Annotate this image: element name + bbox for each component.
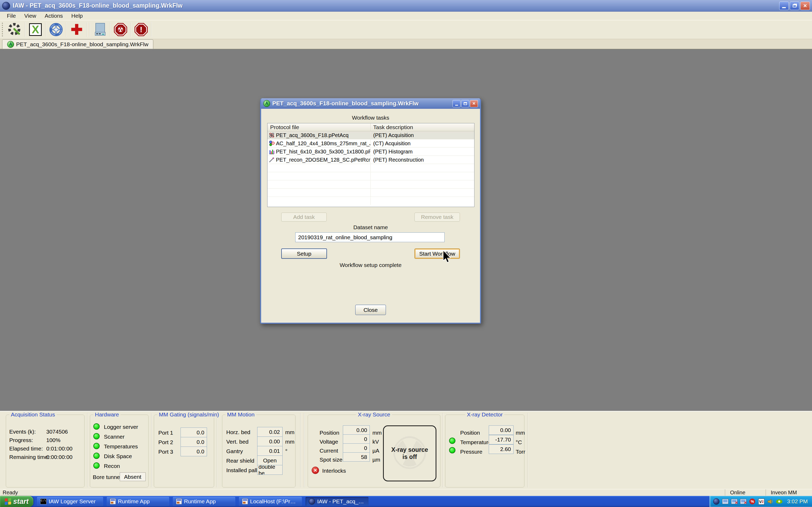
port3-label: Port 3: [158, 449, 173, 455]
table-row[interactable]: AC_half_120_4x4_180ms_275mm_rat_JS... (C…: [267, 139, 474, 148]
dialog-minimize-button[interactable]: [453, 100, 460, 107]
column-protocol-file[interactable]: Protocol file: [267, 123, 370, 131]
logger-server-led-icon: [93, 423, 100, 430]
emergency-stop-tool-button[interactable]: !: [132, 21, 150, 38]
workflow-tasks-label: Workflow tasks: [261, 115, 480, 121]
taskbar-item-runtime-app-1[interactable]: Runtime App: [107, 497, 169, 506]
empty-table-row[interactable]: [267, 188, 474, 197]
detector-temperature-value: -17.70: [489, 435, 514, 444]
table-row[interactable]: PET_acq_3600s_F18.pPetAcq (PET) Acquisit…: [267, 131, 474, 139]
source-position-label: Position: [319, 430, 339, 436]
xray-source-panel: X-ray Source Position 0.00 mm Voltage 0 …: [308, 414, 440, 488]
dialog-close-button[interactable]: ✕: [470, 100, 478, 107]
bed-tool-button[interactable]: [91, 21, 109, 38]
minimize-button[interactable]: [779, 2, 789, 10]
taskbar-item-iaw-active[interactable]: IAW - PET_acq_3600...: [306, 497, 368, 506]
menu-help[interactable]: Help: [67, 13, 87, 19]
table-row[interactable]: PET_recon_2DOSEM_128_SC.pPetRcn (PET) Re…: [267, 156, 474, 164]
start-label: start: [13, 498, 29, 506]
export-tool-button[interactable]: X: [27, 21, 44, 38]
detector-position-unit: mm: [516, 430, 525, 436]
empty-table-row[interactable]: [267, 172, 474, 180]
minimize-icon: [455, 105, 458, 106]
voltage-value: 0: [343, 434, 370, 444]
compass-icon: [49, 22, 63, 37]
table-header: Protocol file Task description: [267, 123, 474, 131]
nvidia-icon[interactable]: [776, 498, 783, 505]
hardware-panel: Hardware Logger server Scanner Temperatu…: [90, 414, 149, 488]
window-titlebar[interactable]: IAW - PET_acq_3600s_F18-online_blood_sam…: [0, 0, 812, 12]
scanner-bed-icon: [93, 22, 107, 37]
volume-icon[interactable]: [767, 498, 774, 505]
temperatures-led-icon: [93, 443, 100, 449]
toolbar-group-separator: [87, 22, 87, 37]
menu-view[interactable]: View: [20, 13, 41, 19]
xray-stop-tool-button[interactable]: ☢: [111, 21, 130, 38]
taskbar-item-logger-server[interactable]: C:\ IAW Logger Server: [37, 497, 103, 506]
close-button[interactable]: ✕: [800, 2, 810, 10]
taskbar-item-runtime-app-2[interactable]: Runtime App: [173, 497, 235, 506]
app-window-icon: [176, 499, 182, 504]
remaining-time-label: Remaining time:: [9, 454, 49, 460]
sphere-tray-icon[interactable]: [713, 498, 720, 505]
iaw-app-icon: [309, 498, 315, 505]
network-error-icon[interactable]: [740, 498, 747, 505]
empty-table-row[interactable]: [267, 164, 474, 172]
column-task-description[interactable]: Task description: [370, 123, 474, 131]
toolbar-separator: [131, 22, 131, 37]
dataset-name-input[interactable]: [295, 232, 445, 242]
ct-acquisition-icon: [268, 140, 275, 147]
detector-pressure-label: Pressure: [460, 449, 483, 455]
source-position-unit: mm: [372, 430, 382, 436]
status-panel-strip: Acquisition Status Events (k): 3074506 P…: [0, 411, 812, 489]
alert-percent-icon[interactable]: %: [749, 498, 756, 505]
setup-button[interactable]: Setup: [281, 248, 327, 259]
detector-pressure-unit: Torr: [516, 449, 525, 455]
events-value: 3074506: [46, 429, 68, 435]
voltage-label: Voltage: [319, 439, 338, 445]
vnc-icon[interactable]: V2: [758, 498, 765, 505]
toolbar-separator: [66, 22, 67, 37]
red-plus-icon: ✚: [70, 22, 83, 37]
gantry-value: 0.01: [257, 446, 283, 456]
task-description: (PET) Acquisition: [370, 131, 474, 139]
installed-pallet-value: double be: [257, 465, 283, 475]
bore-tunnel-value: Absent: [120, 472, 146, 481]
panel-separator: [87, 413, 88, 488]
add-task-button[interactable]: Add task: [281, 213, 327, 222]
add-tool-button[interactable]: ✚: [68, 21, 86, 38]
excel-x-icon: X: [29, 23, 42, 36]
vert-bed-label: Vert. bed: [226, 439, 248, 445]
gantry-label: Gantry: [226, 448, 243, 454]
start-button[interactable]: start: [0, 496, 33, 507]
restore-button[interactable]: [790, 2, 799, 10]
task-description: (PET) Histogram: [370, 148, 474, 156]
status-online: Online: [725, 489, 763, 496]
taskbar-item-localhost[interactable]: LocalHost (F:\Preclini...: [239, 497, 302, 506]
remove-task-button[interactable]: Remove task: [414, 213, 460, 222]
protocol-file: AC_half_120_4x4_180ms_275mm_rat_JS...: [276, 140, 370, 147]
maximize-icon: [464, 102, 467, 105]
gauge-tool-button[interactable]: [6, 21, 24, 38]
table-row[interactable]: PET_hist_6x10_8x30_5x300_1x1800.pPe... (…: [267, 148, 474, 156]
taskbar-item-label: Runtime App: [118, 498, 150, 505]
network-error-icon[interactable]: [731, 498, 738, 505]
scanner-label: Scanner: [104, 434, 124, 440]
horz-bed-value: 0.02: [257, 427, 283, 437]
dialog-maximize-button[interactable]: [461, 100, 469, 107]
close-dialog-button[interactable]: Close: [355, 305, 386, 315]
pet-acquisition-icon: [268, 132, 275, 138]
menu-actions[interactable]: Actions: [41, 13, 67, 19]
dialog-titlebar[interactable]: A PET_acq_3600s_F18-online_blood_samplin…: [261, 98, 480, 109]
tab-workflow[interactable]: A PET_acq_3600s_F18-online_blood_samplin…: [2, 39, 153, 49]
motion-control-tool-button[interactable]: [47, 21, 65, 38]
workflow-task-table[interactable]: Protocol file Task description PET_acq_3…: [267, 123, 474, 207]
menu-file[interactable]: File: [3, 13, 20, 19]
panel-title: X-ray Detector: [465, 411, 504, 418]
empty-table-row[interactable]: [267, 180, 474, 188]
empty-table-row[interactable]: [267, 197, 474, 205]
network-computer-icon[interactable]: [722, 498, 729, 505]
taskbar-item-label: IAW Logger Server: [49, 498, 96, 505]
taskbar-item-label: IAW - PET_acq_3600...: [317, 498, 365, 505]
clock[interactable]: 3:02 PM: [787, 498, 808, 505]
